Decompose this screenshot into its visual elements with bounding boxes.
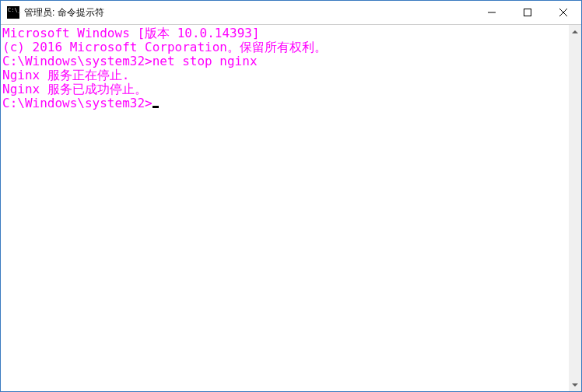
svg-marker-5 xyxy=(572,383,578,387)
minimize-button[interactable] xyxy=(474,1,510,24)
scrollbar[interactable] xyxy=(568,25,581,391)
terminal-prompt-line: C:\Windows\system32> xyxy=(2,96,568,110)
terminal-line: Microsoft Windows [版本 10.0.14393] xyxy=(2,26,568,40)
cursor xyxy=(153,106,159,108)
titlebar: 管理员: 命令提示符 xyxy=(1,1,581,25)
scroll-down-button[interactable] xyxy=(569,378,581,391)
terminal-line: (c) 2016 Microsoft Corporation。保留所有权利。 xyxy=(2,40,568,54)
scroll-track[interactable] xyxy=(569,38,581,378)
svg-marker-4 xyxy=(572,30,578,33)
terminal[interactable]: Microsoft Windows [版本 10.0.14393](c) 201… xyxy=(1,25,568,391)
close-button[interactable] xyxy=(545,1,581,24)
terminal-line: Nginx 服务正在停止. xyxy=(2,68,568,82)
terminal-wrap: Microsoft Windows [版本 10.0.14393](c) 201… xyxy=(1,25,581,391)
cmd-icon xyxy=(7,6,19,19)
window-controls xyxy=(474,1,581,24)
maximize-button[interactable] xyxy=(510,1,545,24)
svg-rect-1 xyxy=(524,9,531,16)
terminal-line: Nginx 服务已成功停止。 xyxy=(2,82,568,96)
scroll-up-button[interactable] xyxy=(569,25,581,38)
terminal-line: C:\Windows\system32>net stop nginx xyxy=(2,54,568,68)
terminal-prompt: C:\Windows\system32> xyxy=(2,96,153,110)
window-title: 管理员: 命令提示符 xyxy=(24,6,474,19)
